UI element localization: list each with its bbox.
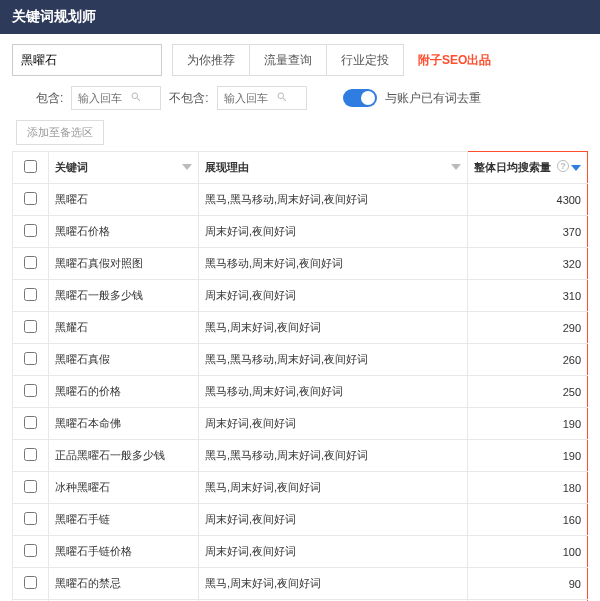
cell-reason: 周末好词,夜间好词 xyxy=(199,504,468,536)
cell-keyword: 黑曜石手链 xyxy=(49,504,199,536)
cell-reason: 周末好词,夜间好词 xyxy=(199,536,468,568)
table-row: 黑曜石黑马,黑马移动,周末好词,夜间好词4300 xyxy=(13,184,588,216)
table-row: 正品黑曜石一般多少钱黑马,黑马移动,周末好词,夜间好词190 xyxy=(13,440,588,472)
row-checkbox-cell[interactable] xyxy=(13,248,49,280)
row-checkbox-cell[interactable] xyxy=(13,216,49,248)
cell-volume: 290 xyxy=(468,312,588,344)
cell-keyword: 黑曜石真假对照图 xyxy=(49,248,199,280)
tab-brand[interactable]: 附子SEO出品 xyxy=(404,44,506,76)
table-row: 黑曜石真假对照图黑马移动,周末好词,夜间好词320 xyxy=(13,248,588,280)
table-row: 黑曜石的价格黑马移动,周末好词,夜间好词250 xyxy=(13,376,588,408)
cell-keyword: 黑曜石手链价格 xyxy=(49,536,199,568)
row-checkbox-cell[interactable] xyxy=(13,472,49,504)
cell-volume: 4300 xyxy=(468,184,588,216)
search-input[interactable] xyxy=(21,53,171,67)
row-checkbox[interactable] xyxy=(24,512,37,525)
dedupe-toggle[interactable] xyxy=(343,89,377,107)
cell-volume: 320 xyxy=(468,248,588,280)
table-row: 黑曜石价格周末好词,夜间好词370 xyxy=(13,216,588,248)
row-checkbox[interactable] xyxy=(24,448,37,461)
table-row: 黑曜石手链价格周末好词,夜间好词100 xyxy=(13,536,588,568)
row-checkbox-cell[interactable] xyxy=(13,184,49,216)
row-checkbox-cell[interactable] xyxy=(13,408,49,440)
tabs: 为你推荐 流量查询 行业定投 附子SEO出品 xyxy=(172,44,506,76)
col-keyword-label: 关键词 xyxy=(55,161,88,173)
sort-keyword[interactable] xyxy=(182,160,192,170)
table-row: 冰种黑曜石黑马,周末好词,夜间好词180 xyxy=(13,472,588,504)
cell-reason: 黑马,黑马移动,周末好词,夜间好词 xyxy=(199,184,468,216)
tab-traffic[interactable]: 流量查询 xyxy=(250,44,327,76)
dedupe-label: 与账户已有词去重 xyxy=(385,90,481,107)
search-box[interactable] xyxy=(12,44,162,76)
col-volume-label: 整体日均搜索量 xyxy=(474,161,551,173)
exclude-box[interactable] xyxy=(217,86,307,110)
row-checkbox[interactable] xyxy=(24,224,37,237)
col-keyword[interactable]: 关键词 xyxy=(49,152,199,184)
row-checkbox-cell[interactable] xyxy=(13,280,49,312)
row-checkbox[interactable] xyxy=(24,384,37,397)
cell-keyword: 正品黑曜石一般多少钱 xyxy=(49,440,199,472)
cell-volume: 250 xyxy=(468,376,588,408)
add-to-candidates-button[interactable]: 添加至备选区 xyxy=(16,120,104,145)
search-icon xyxy=(130,91,142,106)
tab-industry[interactable]: 行业定投 xyxy=(327,44,404,76)
col-volume[interactable]: 整体日均搜索量 ? xyxy=(468,152,588,184)
cell-keyword: 黑曜石的禁忌 xyxy=(49,568,199,600)
sort-reason[interactable] xyxy=(451,160,461,170)
table-row: 黑曜石本命佛周末好词,夜间好词190 xyxy=(13,408,588,440)
row-checkbox-cell[interactable] xyxy=(13,344,49,376)
row-checkbox[interactable] xyxy=(24,320,37,333)
cell-reason: 周末好词,夜间好词 xyxy=(199,216,468,248)
table-row: 黑曜石的禁忌黑马,周末好词,夜间好词90 xyxy=(13,568,588,600)
cell-volume: 190 xyxy=(468,440,588,472)
cell-reason: 黑马移动,周末好词,夜间好词 xyxy=(199,248,468,280)
col-reason-label: 展现理由 xyxy=(205,161,249,173)
col-reason[interactable]: 展现理由 xyxy=(199,152,468,184)
cell-volume: 90 xyxy=(468,568,588,600)
cell-reason: 黑马,黑马移动,周末好词,夜间好词 xyxy=(199,440,468,472)
row-checkbox-cell[interactable] xyxy=(13,376,49,408)
cell-volume: 100 xyxy=(468,536,588,568)
sort-volume[interactable]: ? xyxy=(557,160,581,172)
row-checkbox[interactable] xyxy=(24,544,37,557)
table-row: 黑曜石手链周末好词,夜间好词160 xyxy=(13,504,588,536)
cell-volume: 370 xyxy=(468,216,588,248)
row-checkbox[interactable] xyxy=(24,352,37,365)
cell-keyword: 黑耀石 xyxy=(49,312,199,344)
cell-keyword: 黑曜石本命佛 xyxy=(49,408,199,440)
exclude-label: 不包含: xyxy=(169,90,208,107)
include-box[interactable] xyxy=(71,86,161,110)
cell-reason: 黑马,周末好词,夜间好词 xyxy=(199,472,468,504)
cell-reason: 黑马,周末好词,夜间好词 xyxy=(199,312,468,344)
row-checkbox-cell[interactable] xyxy=(13,312,49,344)
row-checkbox[interactable] xyxy=(24,288,37,301)
row-checkbox[interactable] xyxy=(24,480,37,493)
row-checkbox[interactable] xyxy=(24,192,37,205)
row-checkbox-cell[interactable] xyxy=(13,440,49,472)
select-all-checkbox[interactable] xyxy=(24,160,37,173)
cell-keyword: 黑曜石一般多少钱 xyxy=(49,280,199,312)
row-checkbox[interactable] xyxy=(24,256,37,269)
cell-volume: 190 xyxy=(468,408,588,440)
keyword-table: 关键词 展现理由 整体日均搜索量 ? 黑曜石黑马,黑马移动,周末好词,夜间好词4… xyxy=(12,151,588,601)
cell-volume: 160 xyxy=(468,504,588,536)
exclude-input[interactable] xyxy=(224,92,276,104)
cell-reason: 黑马,黑马移动,周末好词,夜间好词 xyxy=(199,344,468,376)
include-input[interactable] xyxy=(78,92,130,104)
toolbar-primary: 为你推荐 流量查询 行业定投 附子SEO出品 xyxy=(0,34,600,76)
cell-reason: 周末好词,夜间好词 xyxy=(199,408,468,440)
cell-reason: 周末好词,夜间好词 xyxy=(199,280,468,312)
table-row: 黑曜石一般多少钱周末好词,夜间好词310 xyxy=(13,280,588,312)
select-all-header[interactable] xyxy=(13,152,49,184)
row-checkbox-cell[interactable] xyxy=(13,536,49,568)
info-icon[interactable]: ? xyxy=(557,160,569,172)
row-checkbox[interactable] xyxy=(24,416,37,429)
tab-recommend[interactable]: 为你推荐 xyxy=(172,44,250,76)
row-checkbox-cell[interactable] xyxy=(13,504,49,536)
include-label: 包含: xyxy=(36,90,63,107)
cell-keyword: 黑曜石的价格 xyxy=(49,376,199,408)
row-checkbox-cell[interactable] xyxy=(13,568,49,600)
cell-volume: 260 xyxy=(468,344,588,376)
cell-volume: 180 xyxy=(468,472,588,504)
row-checkbox[interactable] xyxy=(24,576,37,589)
